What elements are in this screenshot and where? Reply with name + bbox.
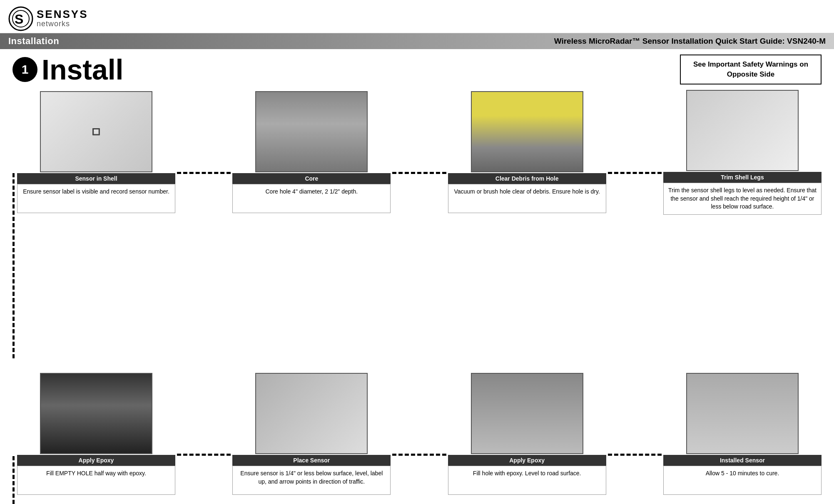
step-label-bar: Core xyxy=(232,173,391,184)
v-dash xyxy=(12,229,15,233)
step-card: Apply EpoxyFill hole with epoxy. Level t… xyxy=(448,373,606,495)
v-dash xyxy=(12,286,15,290)
v-dash xyxy=(12,267,15,271)
v-dash xyxy=(12,217,15,221)
v-dash xyxy=(12,342,15,346)
step-card: Clear Debris from HoleVacuum or brush ho… xyxy=(448,91,606,213)
v-dash xyxy=(12,186,15,190)
v-dash xyxy=(12,500,15,504)
v-dash xyxy=(12,494,15,498)
v-dash xyxy=(12,487,15,492)
step-header: 1 Install See Important Safety Warnings … xyxy=(12,53,822,86)
step-label-bar: Sensor in Shell xyxy=(17,173,175,184)
step-description: Ensure sensor is 1/4" or less below surf… xyxy=(232,466,391,495)
main-content: 1 Install See Important Safety Warnings … xyxy=(0,49,834,504)
vertical-dashes-row2 xyxy=(12,373,15,504)
brand-sub: networks xyxy=(37,20,88,28)
svg-text:S: S xyxy=(15,12,23,27)
step-image: 🔲 xyxy=(40,91,152,172)
vertical-dashes-row1 xyxy=(12,90,15,360)
step-circle-label: 1 Install xyxy=(12,53,124,86)
cards-row2: Apply EpoxyFill EMPTY HOLE half way with… xyxy=(17,373,822,495)
v-dash xyxy=(12,173,15,177)
v-dash xyxy=(12,323,15,327)
step-label-bar: Clear Debris from Hole xyxy=(448,173,606,184)
v-dash xyxy=(12,335,15,340)
h-dashes-inner xyxy=(608,172,662,174)
h-dashes-inner xyxy=(392,454,446,456)
v-dash xyxy=(12,211,15,215)
v-dash xyxy=(12,475,15,479)
title-bar: Installation Wireless MicroRadar™ Sensor… xyxy=(0,33,834,49)
v-dash xyxy=(12,317,15,321)
step-card: Apply EpoxyFill EMPTY HOLE half way with… xyxy=(17,373,175,495)
guide-title: Wireless MicroRadar™ Sensor Installation… xyxy=(554,37,826,46)
v-dash xyxy=(12,469,15,473)
v-dash xyxy=(12,254,15,258)
cards-row1: 🔲Sensor in ShellEnsure sensor label is v… xyxy=(17,90,822,215)
v-dash xyxy=(12,348,15,352)
step-description: Ensure sensor label is visible and recor… xyxy=(17,184,175,213)
h-dashes-inner xyxy=(392,172,446,174)
v-dash xyxy=(12,456,15,460)
v-dash xyxy=(12,329,15,333)
sensys-logo-icon: S xyxy=(8,6,33,31)
safety-warning-box: See Important Safety Warnings on Opposit… xyxy=(680,55,822,84)
safety-warning-text: See Important Safety Warnings on Opposit… xyxy=(687,60,814,79)
v-dash xyxy=(12,242,15,246)
step-title: Install xyxy=(42,53,124,86)
h-dashes xyxy=(606,412,663,456)
step-description: Fill hole with epoxy. Level to road surf… xyxy=(448,466,606,495)
step-label-bar: Place Sensor xyxy=(232,455,391,466)
step-description: Fill EMPTY HOLE half way with epoxy. xyxy=(17,466,175,495)
step-image xyxy=(471,373,583,454)
step-image xyxy=(686,373,799,454)
step-label-bar: Apply Epoxy xyxy=(17,455,175,466)
v-dash xyxy=(12,179,15,184)
h-dashes-inner xyxy=(177,454,231,456)
v-dash xyxy=(12,273,15,277)
step-description: Vacuum or brush hole clear of debris. En… xyxy=(448,184,606,213)
v-dash xyxy=(12,198,15,202)
v-dash xyxy=(12,310,15,315)
logo-area: S SENSYS networks xyxy=(8,6,88,31)
step-label-bar: Installed Sensor xyxy=(663,455,822,466)
step-card: CoreCore hole 4" diameter, 2 1/2" depth. xyxy=(232,91,391,213)
v-dash xyxy=(12,298,15,302)
v-dash xyxy=(12,462,15,467)
step-image xyxy=(471,91,583,172)
v-dash xyxy=(12,204,15,209)
step-number: 1 xyxy=(22,62,29,77)
step-description: Trim the sensor shell legs to level as n… xyxy=(663,183,822,215)
h-dashes-inner xyxy=(608,454,662,456)
v-dash xyxy=(12,481,15,485)
logo-text-group: SENSYS networks xyxy=(37,9,88,28)
v-dash xyxy=(12,304,15,308)
v-dash xyxy=(12,261,15,265)
step-description: Allow 5 - 10 minutes to cure. xyxy=(663,466,822,495)
step-image xyxy=(255,373,368,454)
step-card: Trim Shell LegsTrim the sensor shell leg… xyxy=(663,90,822,215)
step-image xyxy=(40,373,152,454)
header: S SENSYS networks xyxy=(0,0,834,33)
v-dash xyxy=(12,248,15,252)
step-image xyxy=(255,91,368,172)
v-dash xyxy=(12,354,15,358)
h-dashes xyxy=(175,412,232,456)
h-dashes xyxy=(606,130,663,174)
step-description: Core hole 4" diameter, 2 1/2" depth. xyxy=(232,184,391,213)
section-label: Installation xyxy=(8,36,59,47)
h-dashes xyxy=(175,130,232,174)
step-image xyxy=(686,90,799,171)
h-dashes xyxy=(391,412,448,456)
v-dash xyxy=(12,236,15,240)
step-card: 🔲Sensor in ShellEnsure sensor label is v… xyxy=(17,91,175,213)
step-label-bar: Trim Shell Legs xyxy=(663,172,822,183)
brand-name: SENSYS xyxy=(37,9,88,20)
h-dashes xyxy=(391,130,448,174)
v-dash xyxy=(12,279,15,283)
step-card: Installed SensorAllow 5 - 10 minutes to … xyxy=(663,373,822,495)
row2: Apply EpoxyFill EMPTY HOLE half way with… xyxy=(12,373,822,504)
row1: 🔲Sensor in ShellEnsure sensor label is v… xyxy=(12,90,822,360)
step-label-bar: Apply Epoxy xyxy=(448,455,606,466)
